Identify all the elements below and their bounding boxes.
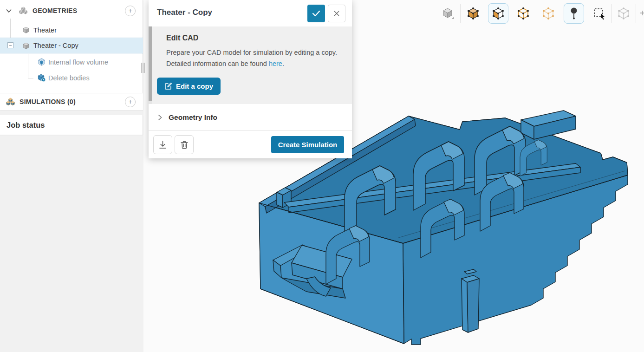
- select-vertex-button[interactable]: [538, 3, 559, 24]
- toolbar-separator: [636, 4, 636, 23]
- simscale-workbench: GEOMETRIES + Theater Theater - Copy −: [0, 0, 644, 352]
- panel-scrollbar-thumb[interactable]: [149, 26, 152, 101]
- edit-pencil-icon: [164, 82, 172, 90]
- confirm-button[interactable]: [307, 5, 325, 22]
- close-button[interactable]: [328, 5, 345, 22]
- flow-volume-cube-icon: [37, 58, 46, 66]
- geometries-tree-card: GEOMETRIES + Theater Theater - Copy −: [0, 0, 143, 110]
- tree-item-label: Theater - Copy: [33, 42, 78, 49]
- delete-body-cube-icon: [37, 73, 46, 82]
- panel-header: Theater - Copy: [149, 0, 352, 26]
- probe-pin-icon: [567, 7, 581, 20]
- check-icon: [312, 10, 320, 17]
- disabled-cube-icon: [617, 7, 631, 20]
- edit-a-copy-label: Edit a copy: [176, 82, 213, 90]
- render-mode-cube-button[interactable]: [438, 3, 458, 24]
- face-select-cube-icon: [491, 7, 505, 20]
- geometry-info-accordion[interactable]: Geometry Info: [149, 104, 352, 131]
- sidebar-splitter-handle[interactable]: [141, 62, 145, 74]
- tree-item-internal-flow-volume[interactable]: Internal flow volume: [0, 55, 143, 70]
- download-button[interactable]: [153, 135, 172, 154]
- create-simulation-button[interactable]: Create Simulation: [271, 136, 344, 153]
- trash-icon: [181, 141, 188, 149]
- geometries-header[interactable]: GEOMETRIES +: [0, 3, 143, 19]
- probe-point-button[interactable]: [564, 3, 584, 24]
- select-edge-button[interactable]: [513, 3, 533, 24]
- job-status-label: Job status: [7, 121, 45, 130]
- edge-select-cube-icon: [516, 7, 530, 20]
- geometry-cube-icon: [22, 42, 30, 50]
- toolbar-separator: [460, 4, 461, 23]
- tree-item-label: Delete bodies: [48, 74, 90, 82]
- edit-cad-description: Prepare your CAD model for simulation by…: [166, 47, 339, 69]
- tree-item-delete-bodies[interactable]: Delete bodies: [0, 71, 143, 85]
- select-face-button[interactable]: [488, 3, 508, 24]
- volume-select-cube-icon: [466, 7, 480, 20]
- clipped-toolbar-icon: [640, 10, 644, 16]
- delete-button[interactable]: [175, 135, 194, 154]
- box-select-cursor-icon: [592, 7, 606, 20]
- add-simulation-button[interactable]: +: [125, 97, 136, 107]
- simulations-header[interactable]: SIMULATIONS (0) +: [0, 93, 143, 110]
- tree-item-label: Theater: [33, 26, 57, 34]
- add-geometry-button[interactable]: +: [125, 6, 136, 16]
- toolbar-separator: [611, 4, 612, 23]
- geometry-stack-icon: [19, 6, 28, 15]
- edit-cad-section: Edit CAD Prepare your CAD model for simu…: [149, 26, 352, 104]
- download-icon: [159, 141, 167, 149]
- job-status-section[interactable]: Job status: [0, 115, 143, 135]
- simulations-stack-icon: [6, 97, 15, 107]
- chevron-right-icon: [158, 114, 162, 121]
- collapse-expander-box[interactable]: −: [7, 42, 13, 48]
- geometry-info-label: Geometry Info: [169, 113, 217, 122]
- edit-cad-heading: Edit CAD: [166, 34, 198, 42]
- vertex-select-cube-icon: [541, 7, 555, 20]
- tree-item-label: Internal flow volume: [48, 59, 108, 66]
- here-link[interactable]: here: [269, 60, 282, 67]
- chevron-down-icon[interactable]: [6, 8, 12, 13]
- clip-plane-button[interactable]: [613, 3, 634, 24]
- geometries-label: GEOMETRIES: [33, 7, 77, 14]
- edit-a-copy-button[interactable]: Edit a copy: [157, 78, 221, 95]
- tree-item-theater[interactable]: Theater: [0, 23, 143, 38]
- theater-copy-panel: Theater - Copy Edit CAD Prepare your CAD…: [149, 0, 352, 158]
- simulations-label: SIMULATIONS (0): [20, 98, 76, 105]
- box-select-button[interactable]: [589, 3, 610, 24]
- close-icon: [333, 10, 340, 17]
- scene-tree-sidebar: GEOMETRIES + Theater Theater - Copy −: [0, 0, 143, 352]
- geometry-cube-icon: [22, 26, 30, 34]
- select-volume-button[interactable]: [463, 3, 483, 24]
- panel-title: Theater - Copy: [157, 8, 212, 17]
- panel-footer: Create Simulation: [149, 131, 352, 158]
- tree-item-theater-copy[interactable]: Theater - Copy: [0, 38, 143, 53]
- shaded-cube-icon: [441, 7, 455, 20]
